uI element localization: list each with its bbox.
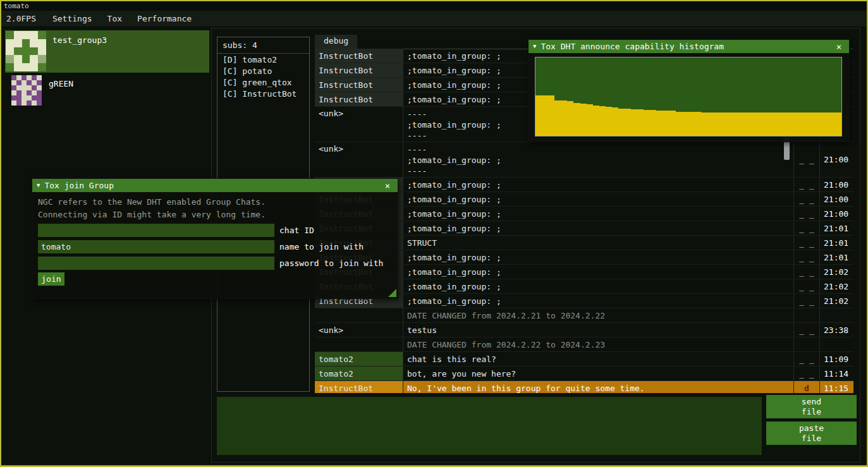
chat-time: 21:00	[819, 142, 853, 177]
chat-id-input[interactable]	[38, 224, 274, 237]
chat-text: chat is this real?	[403, 352, 793, 366]
chat-sender: tomato2	[315, 367, 403, 380]
histogram-bar	[835, 112, 841, 136]
histogram-bar	[676, 112, 682, 136]
group-name: gREEN	[49, 79, 73, 88]
histogram-bar	[656, 111, 663, 136]
join-name-input[interactable]: tomato	[38, 240, 274, 253]
chat-status: _ _	[793, 221, 819, 235]
histogram-bar	[778, 112, 784, 136]
chat-status: d	[793, 381, 819, 393]
histogram-bar	[740, 112, 746, 136]
chat-message-row[interactable]: DATE CHANGED from 2024.2.22 to 2024.2.23	[315, 337, 853, 352]
chat-message-row[interactable]: DATE CHANGED from 2024.2.21 to 2024.2.22	[315, 308, 853, 323]
chat-sender	[315, 308, 403, 322]
histogram-bar	[829, 112, 835, 136]
dht-histogram-titlebar[interactable]: ▼ Tox DHT announce capability histogram …	[529, 40, 849, 53]
dht-histogram-body	[529, 53, 849, 142]
menu-item-tox[interactable]: Tox	[100, 11, 130, 27]
chat-status: _ _	[793, 192, 819, 206]
member-row[interactable]: [D] tomato2	[217, 54, 309, 65]
group-avatar-icon	[11, 75, 42, 106]
histogram-bar	[688, 112, 695, 136]
histogram-bar	[535, 95, 542, 136]
sidebar-item-test_group3[interactable]: test_group3	[5, 30, 209, 73]
histogram-bar	[650, 110, 656, 136]
chat-sender: InstructBot	[315, 49, 403, 63]
join-group-body: NGC refers to the New DHT enabled Group …	[32, 192, 398, 298]
join-group-title: Tox join Group	[44, 181, 377, 190]
chat-status: _ _	[793, 352, 819, 366]
tab-debug[interactable]: debug	[315, 35, 357, 49]
dht-histogram-title: Tox DHT announce capability histogram	[541, 42, 829, 51]
chat-text: ;tomato_in_group: ;	[403, 207, 793, 221]
join-group-titlebar[interactable]: ▼ Tox join Group ×	[32, 179, 398, 192]
histogram-bar	[637, 109, 644, 136]
close-icon[interactable]: ×	[382, 181, 393, 191]
chat-text: DATE CHANGED from 2024.2.21 to 2024.2.22	[403, 308, 793, 322]
histogram-bar	[625, 109, 631, 136]
join-button[interactable]: join	[38, 272, 64, 286]
resize-grip-icon[interactable]	[388, 289, 396, 297]
app-window: tomato 2.0FPS SettingsToxPerformance tes…	[0, 0, 868, 467]
chat-message-row[interactable]: tomato2 chat is this real? _ _ 11:09	[315, 352, 853, 367]
chat-sender: <unk>	[315, 107, 403, 142]
chat-time: 21:01	[819, 250, 853, 264]
group-name: test_group3	[52, 35, 107, 45]
histogram-bar	[682, 112, 688, 136]
group-avatar-icon	[6, 31, 46, 71]
message-input[interactable]	[217, 397, 762, 455]
menubar-items: SettingsToxPerformance	[45, 11, 199, 27]
chat-message-row[interactable]: InstructBot No, I've been in this group …	[315, 381, 853, 393]
histogram-bar	[599, 106, 606, 136]
chat-time: 21:02	[819, 294, 853, 308]
chat-status: _ _	[793, 367, 819, 380]
member-row[interactable]: [C] potato	[217, 65, 309, 76]
histogram-bar	[695, 112, 701, 136]
chat-text: ;tomato_in_group: ;	[403, 178, 793, 191]
member-row[interactable]: [C] green_qtox	[217, 76, 309, 88]
collapse-arrow-icon[interactable]: ▼	[533, 40, 536, 53]
chat-text: No, I've been in this group for quite so…	[403, 381, 793, 393]
histogram-bar	[759, 112, 765, 136]
menu-item-settings[interactable]: Settings	[45, 11, 100, 27]
chat-status: _ _	[793, 294, 819, 308]
histogram-bar	[618, 109, 625, 136]
chat-time: 21:00	[819, 192, 853, 206]
chat-time: 21:00	[819, 207, 853, 221]
menu-item-performance[interactable]: Performance	[130, 11, 199, 27]
dht-histogram-window: ▼ Tox DHT announce capability histogram …	[528, 39, 850, 142]
close-icon[interactable]: ×	[833, 42, 845, 52]
chat-text: STRUCT	[403, 236, 793, 250]
paste-file-button[interactable]: paste file	[766, 422, 857, 445]
chat-time: 21:00	[819, 178, 853, 191]
send-file-button[interactable]: send file	[766, 395, 857, 418]
collapse-arrow-icon[interactable]: ▼	[37, 179, 40, 192]
histogram-bar	[765, 112, 771, 136]
join-password-input[interactable]	[38, 257, 274, 270]
histogram-bar	[746, 112, 752, 136]
histogram-bar	[797, 112, 803, 136]
fps-counter: 2.0FPS	[1, 14, 45, 23]
sidebar-item-green[interactable]: gREEN	[5, 74, 209, 108]
chat-message-row[interactable]: <unk> ---- ;tomato_in_group: ; ---- _ _ …	[315, 142, 853, 178]
chat-status: _ _	[793, 279, 819, 293]
chat-text: ;tomato_in_group: ;	[403, 221, 793, 235]
histogram-bar	[733, 112, 739, 136]
histogram-bar	[726, 112, 733, 136]
chat-status: _ _	[793, 323, 819, 337]
chat-status: _ _	[793, 250, 819, 264]
chat-status: _ _	[793, 207, 819, 221]
histogram-bar	[612, 107, 618, 136]
histogram-bar	[573, 103, 580, 136]
member-row[interactable]: [C] InstructBot	[217, 88, 309, 99]
join-info-line: NGC refers to the New DHT enabled Group …	[38, 197, 266, 207]
histogram-bar	[542, 95, 548, 136]
chat-time: 11:14	[819, 367, 853, 380]
chat-time	[819, 308, 853, 322]
chat-message-row[interactable]: <unk> testus _ _ 23:38	[315, 323, 853, 337]
chat-id-label: chat ID	[279, 224, 314, 237]
histogram-bar	[561, 100, 567, 136]
histogram-bar	[669, 111, 676, 136]
chat-message-row[interactable]: tomato2 bot, are you new here? _ _ 11:14	[315, 367, 853, 381]
